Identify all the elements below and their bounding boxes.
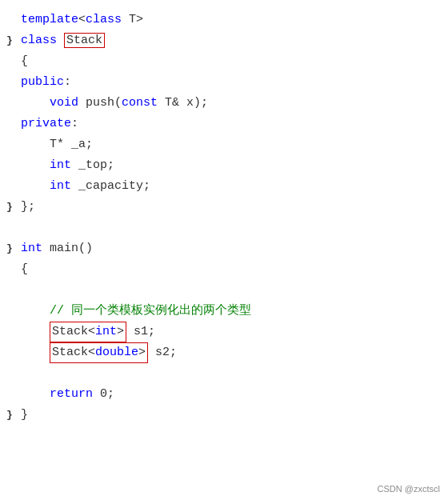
code-line-13: { [0,259,448,280]
line-11-text [21,218,28,238]
line-17-text: Stack<double> s2; [21,342,177,363]
code-line-9: int _capacity; [0,176,448,197]
line-16-text: Stack<int> s1; [21,322,155,342]
code-line-2: } class Stack [0,30,448,51]
code-line-20: } } [0,405,448,426]
code-line-6: private: [0,114,448,134]
code-line-19: return 0; [0,384,448,405]
code-line-14 [0,280,448,301]
code-line-5: void push(const T& x); [0,93,448,114]
code-line-12: } int main() [0,238,448,259]
line-3-text: { [21,52,28,71]
code-line-16: Stack<int> s1; [0,322,448,342]
line-15-text: // 同一个类模板实例化出的两个类型 [21,302,251,321]
line-18-text [21,364,28,383]
gutter-10: } [6,199,18,216]
line-1-text: template<class T> [21,10,143,30]
code-line-7: T* _a; [0,134,448,155]
code-line-11 [0,218,448,238]
code-line-15: // 同一个类模板实例化出的两个类型 [0,301,448,322]
code-container: template<class T> } class Stack { public… [0,0,448,500]
line-5-text: void push(const T& x); [21,94,208,113]
gutter-12: } [6,241,18,258]
line-20-text: } [21,406,28,425]
line-6-text: private: [21,114,78,134]
code-line-1: template<class T> [0,10,448,30]
gutter-2: } [6,33,18,50]
line-19-text: return 0; [21,385,114,404]
line-13-text: { [21,260,28,279]
code-line-3: { [0,51,448,72]
code-line-10: } }; [0,197,448,218]
code-line-4: public: [0,72,448,93]
line-8-text: int _top; [21,156,114,175]
line-9-text: int _capacity; [21,177,150,196]
line-12-text: int main() [21,239,93,258]
code-line-18 [0,363,448,384]
code-line-17: Stack<double> s2; [0,342,448,363]
watermark: CSDN @zxctscl [378,484,440,494]
gutter-20: } [6,407,18,424]
line-7-text: T* _a; [21,135,93,154]
line-10-text: }; [21,198,35,217]
line-2-text: class Stack [21,31,105,50]
line-4-text: public: [21,73,71,92]
line-14-text [21,281,28,300]
code-line-8: int _top; [0,155,448,176]
